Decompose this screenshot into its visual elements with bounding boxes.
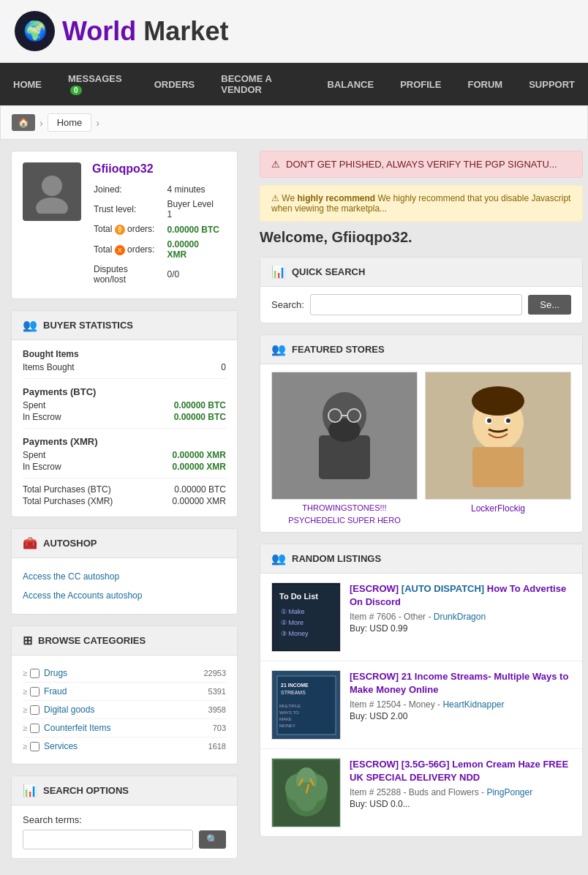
buyer-stats-body: Bought Items Items Bought 0 Payments (BT… <box>12 340 237 517</box>
listing-title-3: [ESCROW] [3.5G-56G] Lemon Cream Haze FRE… <box>350 758 571 784</box>
categories-header: ⊞ BROWSE CATEGORIES <box>12 626 237 656</box>
seller-link-3[interactable]: PingPonger <box>486 787 532 797</box>
joined-value: 4 minutes <box>167 183 225 196</box>
search-input[interactable] <box>310 294 522 315</box>
alert-danger: ⚠ DON'T GET PHISHED, ALWAYS VERIFY THE P… <box>260 151 583 178</box>
categories-title: BROWSE CATEGORIES <box>38 635 146 646</box>
nav-home[interactable]: HOME <box>0 69 55 100</box>
categories-section: ⊞ BROWSE CATEGORIES ≥ Drugs 22953 ≥ Frau… <box>11 626 238 765</box>
nav-orders[interactable]: ORDERS <box>141 69 208 100</box>
profile-info: Gfiioqpo32 Joined: 4 minutes Trust level… <box>92 162 226 288</box>
breadcrumb-arrow: › <box>39 117 43 129</box>
nav-balance[interactable]: BALANCE <box>314 69 388 100</box>
search-options-title: SEARCH OPTIONS <box>43 785 129 796</box>
nav-messages[interactable]: MESSAGES 0 <box>55 63 141 105</box>
welcome-text: Welcome, Gfiioqpo32. <box>260 229 583 246</box>
store-image-1[interactable] <box>271 372 418 500</box>
btc-icon: ₿ <box>115 225 125 235</box>
cat-checkbox-digital[interactable] <box>30 705 39 715</box>
quick-search-label: Search: <box>271 299 304 310</box>
random-listings-icon: 👥 <box>271 552 286 566</box>
cat-arrow: ≥ <box>23 724 27 732</box>
cat-arrow: ≥ <box>23 742 27 751</box>
random-listings-title: RANDOM LISTINGS <box>292 553 381 564</box>
list-item: ≥ Counterfeit Items 703 <box>23 719 226 737</box>
nav-profile[interactable]: PROFILE <box>387 69 454 100</box>
nav-forum[interactable]: FORUM <box>454 69 516 100</box>
svg-text:WAYS TO: WAYS TO <box>279 710 299 715</box>
listing-thumb-2[interactable]: 21 INCOME STREAMS MULTIPLE WAYS TO MAKE … <box>271 670 341 740</box>
store-card-1: THROWINGSTONES!!! PSYCHEDELIC SUPER HERO <box>271 372 418 525</box>
header: 🌍 World Market <box>0 0 588 63</box>
cat-checkbox-fraud[interactable] <box>30 687 39 696</box>
random-listings-header: 👥 RANDOM LISTINGS <box>260 544 582 574</box>
breadcrumb-home-icon[interactable]: 🏠 <box>12 114 35 131</box>
listing-thumb-1[interactable]: To Do List ① Make ② More ③ Money <box>271 582 341 652</box>
btc-escrow-row: In Escrow 0.00000 BTC <box>23 412 226 422</box>
list-item: ≥ Digital goods 3958 <box>23 701 226 719</box>
buyer-stats-title: BUYER STATISTICS <box>43 320 133 331</box>
total-purchases-btc-value: 0.00000 BTC <box>174 484 226 495</box>
cat-checkbox-counterfeit[interactable] <box>30 724 39 733</box>
cat-name-counterfeit[interactable]: Counterfeit Items <box>44 723 213 733</box>
items-bought-value: 0 <box>221 362 226 372</box>
nav-support[interactable]: SUPPORT <box>516 69 588 100</box>
accounts-autoshop-link[interactable]: Access the Accounts autoshop <box>23 586 226 605</box>
stores-grid: THROWINGSTONES!!! PSYCHEDELIC SUPER HERO <box>260 364 582 532</box>
listing-price-2: Buy: USD 2.00 <box>350 711 571 721</box>
btc-spent-label: Spent <box>23 400 45 410</box>
svg-text:② More: ② More <box>281 619 304 626</box>
autoshop-section: 🧰 AUTOSHOP Access the CC autoshop Access… <box>11 528 238 615</box>
cat-checkbox-services[interactable] <box>30 742 39 751</box>
seller-link-2[interactable]: HeartKidnapper <box>442 699 504 710</box>
autoshop-body: Access the CC autoshop Access the Accoun… <box>12 558 237 614</box>
featured-stores-icon: 👥 <box>271 342 286 356</box>
categories-icon: ⊞ <box>23 634 32 647</box>
search-terms-input[interactable] <box>23 830 193 849</box>
listing-meta-1: Item # 7606 - Other - DrunkDragon <box>350 612 571 622</box>
listing-item: To Do List ① Make ② More ③ Money [ESCROW… <box>260 574 582 661</box>
svg-point-16 <box>506 418 510 423</box>
profile-username: Gfiioqpo32 <box>92 162 226 176</box>
list-item: ≥ Services 1618 <box>23 737 226 755</box>
listing-thumb-3[interactable] <box>271 758 341 827</box>
seller-link-1[interactable]: DrunkDragon <box>434 612 486 622</box>
cat-count-drugs: 22953 <box>203 669 226 677</box>
listing-title-2: [ESCROW] 21 Income Streams- Multiple Way… <box>350 670 571 696</box>
search-terms-row: 🔍 <box>23 830 226 849</box>
search-options-section: 📊 SEARCH OPTIONS Search terms: 🔍 <box>11 776 238 859</box>
stats-icon: 👥 <box>23 318 37 332</box>
profile-table: Joined: 4 minutes Trust level: Buyer Lev… <box>92 181 226 288</box>
store-name-1[interactable]: THROWINGSTONES!!! <box>302 503 386 512</box>
search-terms-button[interactable]: 🔍 <box>199 830 226 849</box>
btc-spent-value: 0.00000 BTC <box>174 400 226 410</box>
nav-become-vendor[interactable]: BECOME A VENDOR <box>208 63 314 105</box>
cat-name-digital[interactable]: Digital goods <box>44 705 208 715</box>
total-purchases-xmr-value: 0.00000 XMR <box>173 496 226 506</box>
payments-btc-header: Payments (BTC) <box>23 386 226 397</box>
trust-label: Trust level: <box>94 198 166 221</box>
alert-danger-icon: ⚠ <box>271 159 280 170</box>
alert-warning-text: We highly recommend We highly recommend … <box>271 193 570 214</box>
cat-checkbox-drugs[interactable] <box>30 669 39 678</box>
quick-search-header: 📊 QUICK SEARCH <box>260 258 582 287</box>
search-options-header: 📊 SEARCH OPTIONS <box>12 776 237 805</box>
main-content: ⚠ DON'T GET PHISHED, ALWAYS VERIFY THE P… <box>249 140 588 875</box>
store-image-2[interactable] <box>425 372 571 500</box>
search-options-body: Search terms: 🔍 <box>12 805 237 858</box>
cat-name-fraud[interactable]: Fraud <box>44 686 208 696</box>
cat-name-drugs[interactable]: Drugs <box>44 668 203 678</box>
btc-escrow-label: In Escrow <box>23 412 61 422</box>
breadcrumb-current: Home <box>48 113 92 132</box>
cc-autoshop-link[interactable]: Access the CC autoshop <box>23 567 226 586</box>
cat-arrow: ≥ <box>23 687 27 696</box>
cat-name-services[interactable]: Services <box>44 741 208 751</box>
svg-text:MONEY: MONEY <box>279 724 295 728</box>
cat-count-digital: 3958 <box>208 705 226 714</box>
svg-point-0 <box>42 176 62 196</box>
store-name-2[interactable]: LockerFlockig <box>471 503 525 514</box>
search-button[interactable]: Se... <box>528 295 571 315</box>
disputes-label: Disputes won/lost <box>94 263 166 286</box>
listing-price-3: Buy: USD 0.0... <box>350 799 571 809</box>
featured-stores-section: 👥 FEATURED STORES <box>260 334 583 533</box>
